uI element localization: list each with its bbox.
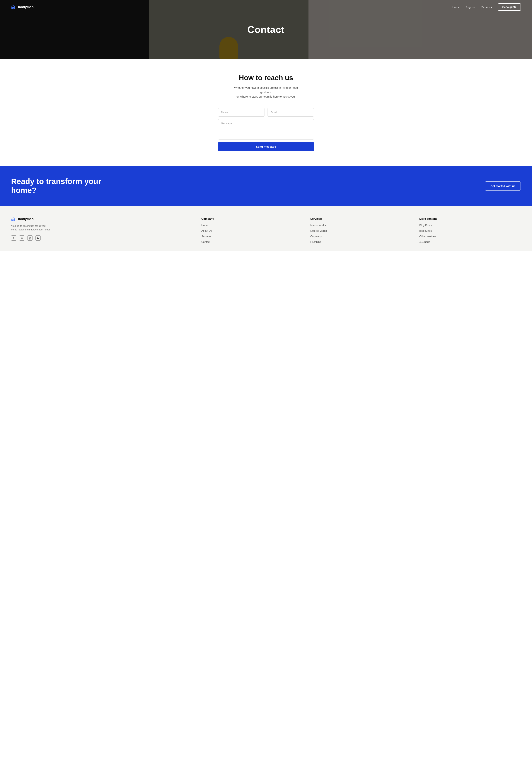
- nav-pages[interactable]: Pages ▾: [466, 6, 476, 9]
- footer-services-list: Interior works Exterior works Carpentry …: [310, 224, 412, 244]
- contact-heading: How to reach us: [239, 74, 293, 82]
- logo[interactable]: Handyman: [11, 5, 34, 9]
- cta-heading: Ready to transform your home?: [11, 177, 103, 195]
- message-textarea[interactable]: [218, 119, 314, 140]
- social-icons: f 𝕏 ◎ ▶: [11, 235, 194, 241]
- hero-title: Contact: [248, 24, 285, 35]
- nav-services[interactable]: Services: [481, 6, 492, 9]
- footer-link-plumbing[interactable]: Plumbing: [310, 240, 321, 243]
- footer-services-column: Services Interior works Exterior works C…: [310, 217, 412, 244]
- cta-banner: Ready to transform your home? Get starte…: [0, 166, 532, 206]
- contact-description: Whether you have a specific project in m…: [231, 86, 301, 99]
- email-input[interactable]: [267, 108, 314, 117]
- get-started-button[interactable]: Get started with us: [485, 182, 521, 190]
- facebook-icon[interactable]: f: [11, 235, 16, 241]
- list-item: Contact: [201, 240, 303, 244]
- twitter-icon[interactable]: 𝕏: [19, 235, 24, 241]
- form-name-email-row: [218, 108, 314, 117]
- list-item: Exterior works: [310, 229, 412, 232]
- youtube-icon[interactable]: ▶: [35, 235, 41, 241]
- nav: Home Pages ▾ Services Get a quote: [452, 3, 521, 11]
- contact-form: Send message: [218, 108, 314, 151]
- footer-link-interior[interactable]: Interior works: [310, 224, 326, 227]
- footer-logo-icon: [11, 217, 15, 221]
- nav-home[interactable]: Home: [452, 6, 460, 9]
- list-item: 404 page: [419, 240, 521, 244]
- footer-tagline: Your go-to destination for all your home…: [11, 224, 52, 232]
- footer-link-404[interactable]: 404 page: [419, 240, 430, 243]
- footer-link-about[interactable]: About Us: [201, 229, 212, 232]
- footer-brand: Handyman Your go-to destination for all …: [11, 217, 194, 244]
- footer-company-heading: Company: [201, 217, 303, 220]
- footer-link-blog-posts[interactable]: Blog Posts: [419, 224, 432, 227]
- footer: Handyman Your go-to destination for all …: [0, 206, 532, 251]
- header: Handyman Home Pages ▾ Services Get a quo…: [0, 0, 532, 14]
- footer-link-other-services[interactable]: Other services: [419, 235, 436, 238]
- footer-services-heading: Services: [310, 217, 412, 220]
- list-item: Home: [201, 224, 303, 227]
- list-item: Interior works: [310, 224, 412, 227]
- instagram-icon[interactable]: ◎: [27, 235, 33, 241]
- footer-more-list: Blog Posts Blog Single Other services 40…: [419, 224, 521, 244]
- footer-logo[interactable]: Handyman: [11, 217, 194, 221]
- footer-more-heading: More content: [419, 217, 521, 220]
- chevron-down-icon: ▾: [474, 6, 475, 8]
- logo-icon: [11, 5, 15, 9]
- list-item: Plumbing: [310, 240, 412, 244]
- footer-link-carpentry[interactable]: Carpentry: [310, 235, 321, 238]
- list-item: Other services: [419, 235, 521, 238]
- footer-more-column: More content Blog Posts Blog Single Othe…: [419, 217, 521, 244]
- footer-company-list: Home About Us Services Contact: [201, 224, 303, 244]
- footer-link-services[interactable]: Services: [201, 235, 211, 238]
- list-item: Carpentry: [310, 235, 412, 238]
- footer-link-exterior[interactable]: Exterior works: [310, 229, 327, 232]
- list-item: Services: [201, 235, 303, 238]
- footer-link-home[interactable]: Home: [201, 224, 208, 227]
- name-input[interactable]: [218, 108, 265, 117]
- footer-company-column: Company Home About Us Services Contact: [201, 217, 303, 244]
- send-message-button[interactable]: Send message: [218, 142, 314, 151]
- footer-link-blog-single[interactable]: Blog Single: [419, 229, 432, 232]
- contact-section: How to reach us Whether you have a speci…: [0, 59, 532, 166]
- get-quote-button[interactable]: Get a quote: [498, 3, 521, 11]
- list-item: Blog Posts: [419, 224, 521, 227]
- list-item: Blog Single: [419, 229, 521, 232]
- footer-link-contact[interactable]: Contact: [201, 240, 210, 243]
- list-item: About Us: [201, 229, 303, 232]
